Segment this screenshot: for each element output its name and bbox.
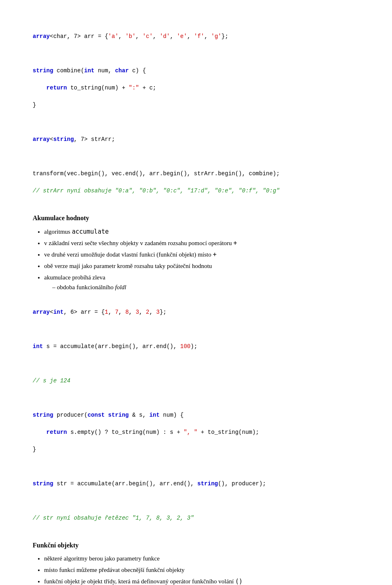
list-item: místo funkcí můžeme předávat obecnější f…	[44, 565, 359, 575]
list-item: některé algoritmy berou jako parametry f…	[44, 554, 359, 563]
list-item: v základní verzi sečte všechny objekty v…	[44, 238, 359, 248]
sub-list-item: obdoba funkcionálního foldl	[52, 282, 359, 292]
list-item: obě verze mají jako parametr kromě rozsa…	[44, 261, 359, 271]
code-block-1: array<char, 7> arr = {'a', 'b', 'c', 'd'…	[33, 24, 359, 204]
funkobj-list: některé algoritmy berou jako parametry f…	[44, 554, 359, 585]
section-title-akumulace: Akumulace hodnoty	[33, 213, 359, 223]
code-block-2: array<int, 6> arr = {1, 7, 8, 3, 2, 3}; …	[33, 299, 359, 531]
list-item: akumulace probíhá zleva obdoba funkcioná…	[44, 272, 359, 292]
akumulace-list: algoritmus accumulate v základní verzi s…	[44, 227, 359, 292]
list-item: ve druhé verzi umožňuje dodat vlastní fu…	[44, 250, 359, 259]
sub-list: obdoba funkcionálního foldl	[52, 282, 359, 292]
list-item: algoritmus accumulate	[44, 227, 359, 237]
list-item: funkční objekt je objekt třídy, která má…	[44, 576, 359, 585]
section-title-funkobjeky: Funkční objekty	[33, 540, 359, 551]
